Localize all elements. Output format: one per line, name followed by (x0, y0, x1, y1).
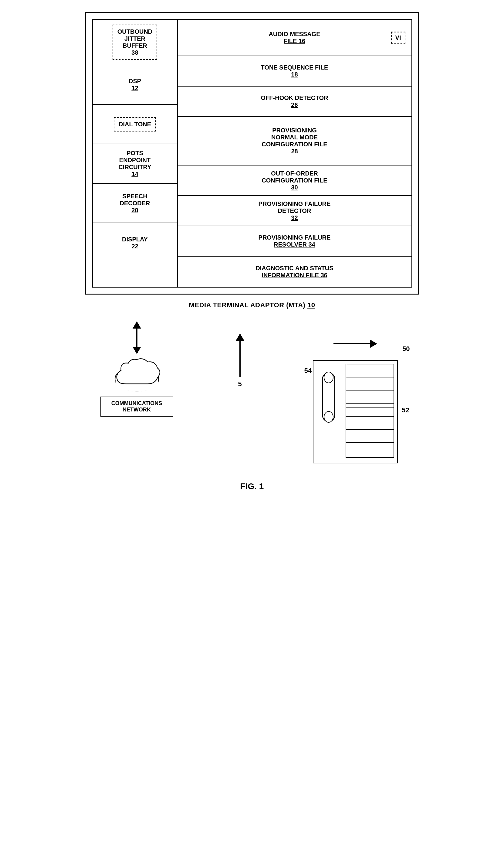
display-cell: DISPLAY 22 (93, 223, 177, 263)
dial-tone-label: DIAL TONE (119, 121, 151, 127)
prov-normal-label1: PROVISIONING (272, 127, 317, 134)
phone-device-wrapper: 50 54 (313, 354, 398, 464)
network-label: COMMUNICATIONS NETWORK (111, 400, 162, 413)
mta-title: MEDIA TERMINAL ADAPTOR (MTA) 10 (189, 301, 315, 309)
out-of-order-label1: OUT-OF-ORDER (271, 170, 318, 177)
out-of-order-text: OUT-OF-ORDER CONFIGURATION FILE 30 (262, 170, 327, 191)
diagnostic-text: DIAGNOSTIC AND STATUS INFORMATION FILE 3… (255, 265, 333, 279)
grid-row-3 (346, 390, 394, 404)
pots-label1: POTS (127, 150, 143, 156)
diagnostic-cell: DIAGNOSTIC AND STATUS INFORMATION FILE 3… (178, 257, 412, 287)
vline-left (136, 329, 138, 347)
phone-device: 54 (313, 360, 398, 464)
out-of-order-ref: 30 (291, 184, 298, 191)
svg-point-10 (324, 412, 333, 422)
audio-message-label1: AUDIO MESSAGE (269, 31, 320, 37)
center-arrow-area: 5 (210, 321, 270, 388)
grid-row-7 (346, 443, 394, 458)
vi-label: VI (395, 34, 401, 41)
left-column: OUTBOUND JITTER BUFFER 38 DSP 12 (93, 20, 178, 287)
phone-label-50: 50 (402, 345, 410, 353)
diagnostic-label1: DIAGNOSTIC AND STATUS (255, 265, 333, 272)
tone-sequence-cell: TONE SEQUENCE FILE 18 (178, 56, 412, 87)
off-hook-text: OFF-HOOK DETECTOR 26 (261, 94, 328, 108)
provisioning-normal-text: PROVISIONING NORMAL MODE CONFIGURATION F… (262, 127, 327, 155)
vi-box: VI (391, 32, 406, 44)
phone-grid (346, 364, 394, 458)
audio-message-cell: AUDIO MESSAGE FILE 16 VI (178, 20, 412, 56)
right-column: AUDIO MESSAGE FILE 16 VI TONE SEQUENCE F… (178, 20, 412, 287)
phone-arrow-row (334, 339, 377, 348)
outbound-jitter-label2: JITTER (124, 35, 145, 42)
dsp-label: DSP (129, 78, 141, 84)
phone-label-52: 52 (402, 406, 409, 414)
dial-tone-cell: DIAL TONE (93, 105, 177, 144)
pots-text: POTS ENDPOINT CIRCUITRY 14 (118, 150, 151, 178)
out-of-order-label2: CONFIGURATION FILE (262, 177, 327, 184)
mta-ref: 10 (307, 301, 315, 309)
arrowhead-up-left (132, 321, 141, 329)
grid-row-6 (346, 430, 394, 443)
out-of-order-cell: OUT-OF-ORDER CONFIGURATION FILE 30 (178, 165, 412, 196)
network-box: COMMUNICATIONS NETWORK (101, 397, 173, 417)
speech-decoder-cell: SPEECH DECODER 20 (93, 184, 177, 223)
grid-row-4 (346, 404, 394, 417)
speech-decoder-label1: SPEECH (122, 193, 147, 199)
phone-arrow-line (334, 343, 370, 344)
dsp-cell: DSP 12 (93, 65, 177, 105)
grid-row-2 (346, 378, 394, 390)
speech-decoder-ref: 20 (120, 207, 150, 214)
center-up-arrow (236, 333, 244, 377)
off-hook-ref: 26 (291, 101, 298, 108)
speech-decoder-label2: DECODER (120, 200, 150, 207)
handset-icon (317, 367, 341, 427)
phone-arrowhead (370, 339, 377, 348)
grid-row-5 (346, 417, 394, 430)
outbound-jitter-box: OUTBOUND JITTER BUFFER 38 (112, 24, 158, 60)
tone-seq-ref: 18 (291, 71, 298, 78)
prov-fail-det-label2: DETECTOR (278, 207, 311, 214)
bi-arrow-left (132, 321, 141, 354)
prov-failure-res-text: PROVISIONING FAILURE RESOLVER 34 (258, 234, 331, 248)
pots-label2: ENDPOINT (119, 157, 150, 163)
speech-decoder-text: SPEECH DECODER 20 (120, 193, 150, 214)
svg-point-9 (324, 372, 333, 383)
pots-label3: CIRCUITRY (118, 164, 151, 170)
outbound-jitter-cell: OUTBOUND JITTER BUFFER 38 (93, 20, 177, 65)
prov-fail-res-label1: PROVISIONING FAILURE (258, 234, 331, 241)
arrowhead-down-left (132, 347, 141, 354)
display-label: DISPLAY (122, 236, 148, 243)
off-hook-label1: OFF-HOOK DETECTOR (261, 94, 328, 101)
provisioning-normal-cell: PROVISIONING NORMAL MODE CONFIGURATION F… (178, 117, 412, 165)
page-container: OUTBOUND JITTER BUFFER 38 DSP 12 (70, 12, 434, 491)
network-area: COMMUNICATIONS NETWORK (91, 321, 182, 417)
pots-cell: POTS ENDPOINT CIRCUITRY 14 (93, 144, 177, 184)
phone-label-54: 54 (304, 367, 312, 375)
grid-row-1 (346, 364, 394, 378)
phone-arrow (334, 339, 377, 348)
center-ref-5: 5 (238, 380, 241, 388)
dial-tone-box: DIAL TONE (114, 117, 156, 132)
prov-normal-label3: CONFIGURATION FILE (262, 141, 327, 147)
prov-fail-det-ref: 32 (291, 214, 298, 221)
diagnostic-ref: INFORMATION FILE 36 (262, 272, 327, 278)
audio-message-text: AUDIO MESSAGE FILE 16 (269, 31, 320, 45)
vline-center (239, 341, 240, 377)
tone-sequence-text: TONE SEQUENCE FILE 18 (261, 64, 328, 78)
prov-failure-det-text: PROVISIONING FAILURE DETECTOR 32 (258, 200, 331, 221)
prov-failure-det-cell: PROVISIONING FAILURE DETECTOR 32 (178, 196, 412, 226)
fig-label: FIG. 1 (240, 482, 264, 491)
dsp-text: DSP 12 (129, 78, 141, 92)
display-ref: 22 (122, 243, 148, 250)
phone-area: 50 54 (298, 321, 413, 464)
prov-normal-label2: NORMAL MODE (271, 134, 318, 141)
off-hook-cell: OFF-HOOK DETECTOR 26 (178, 87, 412, 117)
arrowhead-up-center (236, 333, 244, 341)
outbound-jitter-ref: 38 (131, 49, 138, 56)
prov-fail-det-label1: PROVISIONING FAILURE (258, 200, 331, 207)
dsp-ref: 12 (129, 85, 141, 92)
audio-message-ref: FILE 16 (284, 38, 305, 44)
cloud-icon (112, 357, 161, 394)
mta-inner-grid: OUTBOUND JITTER BUFFER 38 DSP 12 (92, 19, 412, 287)
display-text: DISPLAY 22 (122, 236, 148, 250)
